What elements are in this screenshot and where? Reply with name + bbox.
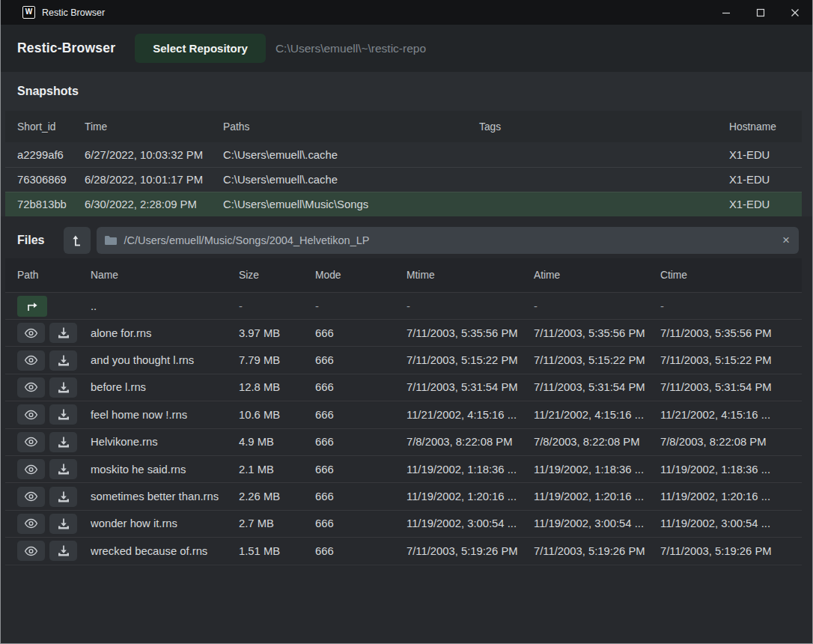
file-mode: 666 (315, 354, 406, 366)
eye-icon (24, 328, 38, 338)
file-mtime: 11/19/2002, 1:20:16 ... (406, 490, 534, 502)
parent-row-mode: - (315, 300, 406, 312)
view-file-button[interactable] (17, 432, 45, 452)
download-icon (58, 382, 70, 393)
file-mode: 666 (315, 381, 406, 393)
download-icon (58, 464, 70, 475)
download-file-button[interactable] (49, 350, 77, 371)
file-size: 10.6 MB (239, 409, 315, 421)
up-right-arrow-icon (25, 301, 39, 312)
column-header-time: Time (85, 121, 223, 133)
file-row: alone for.rns 3.97 MB 666 7/11/2003, 5:3… (5, 319, 802, 346)
snapshot-paths: C:\Users\emuell\Music\Songs (223, 198, 479, 210)
file-row: wrecked because of.rns 1.51 MB 666 7/11/… (5, 537, 802, 564)
snapshot-hostname: X1-EDU (729, 174, 802, 186)
column-header-name: Name (91, 270, 239, 281)
snapshots-table-body: a2299af6 6/27/2022, 10:03:32 PM C:\Users… (5, 142, 802, 216)
file-size: 2.7 MB (239, 517, 315, 529)
view-file-button[interactable] (17, 377, 45, 398)
file-row: before l.rns 12.8 MB 666 7/11/2003, 5:31… (5, 374, 802, 401)
files-heading: Files (17, 234, 44, 247)
download-file-button[interactable] (49, 377, 77, 398)
snapshot-short-id: 76306869 (17, 174, 85, 186)
file-mode: 666 (315, 436, 406, 448)
file-ctime: 7/11/2003, 5:19:26 PM (660, 545, 802, 557)
file-row: moskito he said.rns 2.1 MB 666 11/19/200… (5, 455, 802, 482)
file-ctime: 7/8/2003, 8:22:08 PM (660, 436, 802, 448)
view-file-button[interactable] (17, 404, 45, 425)
snapshots-section: Snapshots Short_idTimePathsTagsHostname … (1, 72, 812, 216)
file-mtime: 7/11/2003, 5:19:26 PM (406, 545, 534, 557)
parent-directory-row[interactable]: .. - - - - - (5, 292, 802, 319)
snapshot-time: 6/30/2022, 2:28:09 PM (85, 198, 223, 210)
parent-row-atime: - (534, 300, 660, 312)
snapshot-row[interactable]: 72b813bb 6/30/2022, 2:28:09 PM C:\Users\… (5, 192, 802, 216)
snapshot-short-id: a2299af6 (17, 149, 85, 161)
eye-icon (24, 546, 38, 556)
download-file-button[interactable] (49, 514, 77, 534)
close-button[interactable] (778, 0, 812, 25)
file-mode: 666 (315, 490, 406, 502)
file-ctime: 11/21/2002, 4:15:16 ... (660, 409, 802, 421)
view-file-button[interactable] (17, 487, 45, 507)
download-file-button[interactable] (49, 541, 77, 561)
file-ctime: 7/11/2003, 5:35:56 PM (660, 327, 802, 339)
download-icon (58, 491, 70, 502)
file-size: 1.51 MB (239, 545, 315, 557)
app-window: W Restic Browser Restic-Browser Select R… (0, 0, 813, 644)
file-mtime: 7/8/2003, 8:22:08 PM (406, 436, 534, 448)
app-header: Restic-Browser Select Repository C:\User… (1, 25, 812, 72)
download-file-button[interactable] (49, 459, 77, 479)
snapshot-row[interactable]: 76306869 6/28/2022, 10:01:17 PM C:\Users… (5, 167, 802, 192)
snapshot-time: 6/28/2022, 10:01:17 PM (85, 174, 223, 186)
maximize-button[interactable] (743, 0, 778, 25)
file-mtime: 11/21/2002, 4:15:16 ... (406, 409, 534, 421)
snapshots-table-header: Short_idTimePathsTagsHostname (5, 111, 802, 142)
file-atime: 11/19/2002, 1:18:36 ... (534, 464, 660, 476)
list-root-button[interactable] (64, 227, 91, 254)
file-name: sometimes better than.rns (91, 490, 239, 502)
file-name: wrecked because of.rns (91, 545, 239, 557)
clear-path-button[interactable]: × (773, 227, 799, 254)
file-mtime: 11/19/2002, 3:00:54 ... (406, 517, 534, 529)
file-row: wonder how it.rns 2.7 MB 666 11/19/2002,… (5, 510, 802, 537)
download-icon (58, 327, 70, 338)
parent-row-ctime: - (660, 300, 802, 312)
eye-icon (24, 437, 38, 447)
file-ctime: 7/11/2003, 5:15:22 PM (660, 354, 802, 366)
select-repository-button[interactable]: Select Repository (135, 34, 266, 63)
parent-row-size: - (239, 300, 315, 312)
download-file-button[interactable] (49, 432, 77, 452)
files-section: PathNameSizeModeMtimeAtimeCtime .. - - -… (5, 258, 802, 565)
download-file-button[interactable] (49, 487, 77, 507)
file-row: feel home now !.rns 10.6 MB 666 11/21/20… (5, 401, 802, 428)
view-file-button[interactable] (17, 350, 45, 371)
file-atime: 7/11/2003, 5:35:56 PM (534, 327, 660, 339)
download-file-button[interactable] (49, 404, 77, 425)
file-size: 12.8 MB (239, 381, 315, 393)
file-mode: 666 (315, 464, 406, 476)
titlebar: W Restic Browser (1, 0, 812, 25)
view-file-button[interactable] (17, 323, 45, 343)
snapshot-row[interactable]: a2299af6 6/27/2022, 10:03:32 PM C:\Users… (5, 142, 802, 167)
column-header-mode: Mode (315, 270, 406, 281)
file-ctime: 11/19/2002, 1:18:36 ... (660, 464, 802, 476)
column-header-mtime: Mtime (406, 270, 534, 281)
window-title: Restic Browser (42, 7, 105, 18)
files-table-header: PathNameSizeModeMtimeAtimeCtime (5, 258, 802, 292)
go-up-button[interactable] (17, 296, 47, 317)
parent-row-mtime: - (406, 300, 534, 312)
view-file-button[interactable] (17, 459, 45, 479)
current-path-text: /C/Users/emuell/Music/Songs/2004_Helveti… (124, 234, 773, 246)
view-file-button[interactable] (17, 541, 45, 561)
minimize-button[interactable] (709, 0, 743, 25)
file-mode: 666 (315, 517, 406, 529)
file-atime: 7/11/2003, 5:19:26 PM (534, 545, 660, 557)
file-ctime: 7/11/2003, 5:31:54 PM (660, 381, 802, 393)
download-file-button[interactable] (49, 323, 77, 343)
file-name: wonder how it.rns (91, 517, 239, 529)
file-name: Helvikone.rns (91, 436, 239, 448)
view-file-button[interactable] (17, 514, 45, 534)
file-size: 3.97 MB (239, 327, 315, 339)
app-title: Restic-Browser (17, 40, 115, 56)
